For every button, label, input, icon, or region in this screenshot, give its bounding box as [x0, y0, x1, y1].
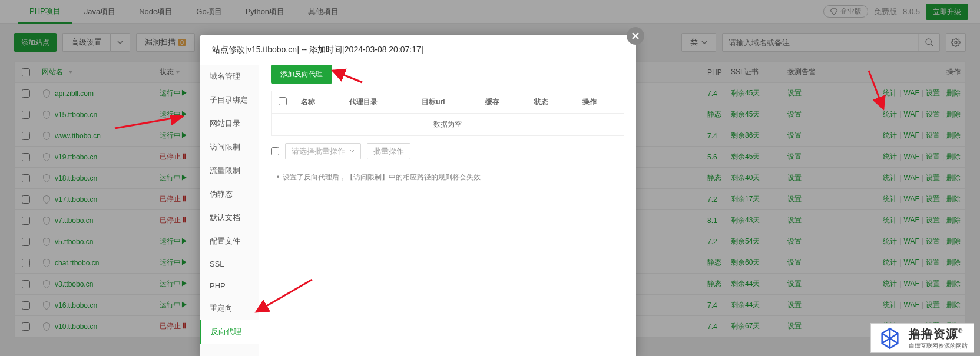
- close-icon: [631, 32, 640, 40]
- annotation-arrow: [253, 277, 318, 318]
- modal-side-item[interactable]: 配置文件: [200, 229, 259, 253]
- modal-side-item[interactable]: 子目录绑定: [200, 88, 259, 112]
- modal-close-button[interactable]: [627, 27, 644, 45]
- modal-side-item[interactable]: 访问限制: [200, 135, 259, 159]
- bulk-select-dropdown[interactable]: 请选择批量操作: [285, 143, 361, 159]
- bulk-row: 请选择批量操作 批量操作: [271, 136, 624, 167]
- modal-side-item[interactable]: 域名管理: [200, 65, 259, 88]
- watermark-reg: ®: [958, 328, 963, 334]
- proxy-col: 缓存: [478, 91, 527, 114]
- annotation-arrow: [866, 68, 889, 115]
- modal-side-item[interactable]: 网站目录: [200, 112, 259, 135]
- proxy-select-all[interactable]: [279, 97, 287, 105]
- modal-side-item[interactable]: PHP: [200, 275, 259, 297]
- proxy-col: 目标url: [415, 91, 478, 114]
- proxy-table: 名称代理目录目标url缓存状态操作 数据为空: [271, 91, 624, 136]
- modal-title: 站点修改[v15.ttbobo.cn] -- 添加时间[2024-03-08 2…: [200, 35, 636, 65]
- bulk-action-button[interactable]: 批量操作: [367, 143, 410, 159]
- annotation-arrow: [330, 68, 365, 85]
- modal-side-item[interactable]: 反向代理: [200, 320, 259, 344]
- modal-side-item[interactable]: 伪静态: [200, 182, 259, 206]
- modal-sidebar: 域名管理子目录绑定网站目录访问限制流量限制伪静态默认文档配置文件SSLPHP重定…: [200, 65, 259, 356]
- svg-line-3: [333, 71, 362, 82]
- svg-line-4: [256, 280, 312, 312]
- bulk-placeholder: 请选择批量操作: [292, 146, 345, 157]
- proxy-col: 操作: [575, 91, 624, 114]
- watermark-logo-icon: [877, 327, 903, 350]
- proxy-hint: 设置了反向代理后，【访问限制】中的相应路径的规则将会失效: [271, 172, 624, 182]
- add-reverse-proxy-button[interactable]: 添加反向代理: [271, 65, 332, 84]
- modal-side-item[interactable]: SSL: [200, 253, 259, 275]
- watermark: 撸撸资源® 白嫖互联网资源的网站: [870, 323, 974, 353]
- annotation-arrow: [112, 115, 188, 133]
- watermark-title: 撸撸资源: [909, 327, 958, 340]
- bulk-select-checkbox[interactable]: [271, 147, 279, 155]
- proxy-table-empty: 数据为空: [272, 114, 624, 136]
- svg-line-2: [115, 117, 183, 128]
- modal-side-item[interactable]: 默认文档: [200, 206, 259, 229]
- proxy-col: 状态: [527, 91, 575, 114]
- watermark-subtitle: 白嫖互联网资源的网站: [909, 342, 968, 350]
- caret-down-icon: [350, 149, 355, 154]
- proxy-col: 代理目录: [342, 91, 415, 114]
- modal-side-item[interactable]: 流量限制: [200, 159, 259, 182]
- proxy-col: 名称: [294, 91, 342, 114]
- svg-line-5: [869, 71, 883, 109]
- modal-side-item[interactable]: 重定向: [200, 297, 259, 320]
